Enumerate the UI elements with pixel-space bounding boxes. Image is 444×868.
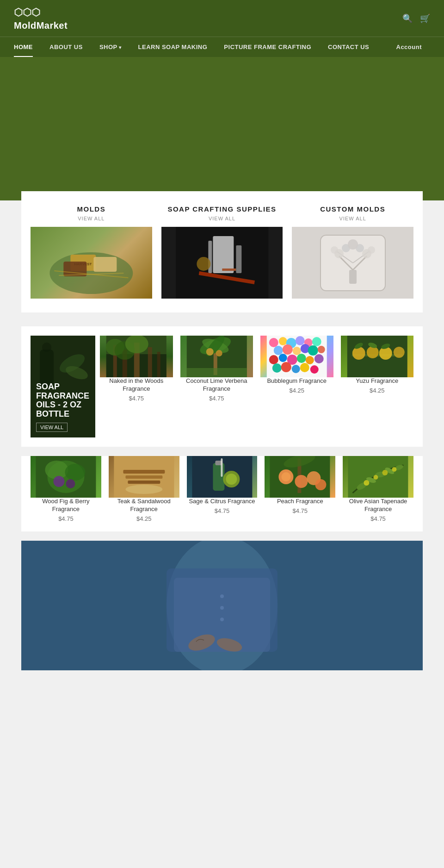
product-bubble-image	[260, 336, 333, 377]
svg-point-60	[293, 347, 301, 355]
svg-rect-9	[213, 236, 234, 273]
product-woods-name: Naked in the Woods Fragrance	[100, 377, 173, 393]
svg-point-57	[312, 337, 321, 346]
svg-point-70	[272, 363, 282, 373]
main-nav: HOME ABOUT US SHOP LEARN SOAP MAKING PIC…	[0, 37, 444, 57]
product-peach-name: Peach Fragrance	[265, 498, 335, 506]
svg-rect-13	[236, 245, 241, 273]
svg-rect-38	[148, 347, 152, 377]
molds-image-svg: HARVEST	[31, 227, 152, 299]
svg-rect-11	[222, 269, 236, 271]
svg-point-126	[220, 618, 224, 621]
product-bubblegum[interactable]: Bubblegum Fragrance $4.25	[260, 336, 333, 402]
svg-text:⬡⬡⬡: ⬡⬡⬡	[14, 6, 40, 18]
svg-point-94	[125, 485, 162, 494]
category-custom-viewall[interactable]: VIEW ALL	[292, 216, 413, 221]
svg-point-86	[45, 461, 68, 479]
category-custom-image[interactable]	[292, 227, 413, 299]
products-grid-row2: Wood Fig & Berry Fragrance $4.75 Teak & …	[31, 456, 413, 522]
svg-point-108	[315, 479, 327, 490]
product-coconut[interactable]: Coconut Lime Verbena Fragrance $4.75	[180, 336, 253, 402]
nav-account[interactable]: Account	[388, 37, 431, 57]
svg-point-80	[393, 347, 404, 358]
svg-point-89	[66, 479, 75, 488]
product-yuzu[interactable]: Yuzu Fragrance $4.25	[341, 336, 414, 402]
logo-icon: ⬡⬡⬡	[14, 6, 51, 19]
product-olive-image	[343, 456, 413, 498]
categories-section: MOLDS VIEW ALL HARVEST SOAP CRAFTING SUP…	[21, 191, 423, 312]
products-section-row2: Wood Fig & Berry Fragrance $4.75 Teak & …	[21, 456, 423, 531]
svg-point-25	[348, 239, 358, 250]
product-peach[interactable]: Peach Fragrance $4.75	[265, 456, 335, 522]
search-icon[interactable]: 🔍	[402, 13, 413, 24]
product-olive[interactable]: Olive Asian Tapenade Fragrance $4.75	[343, 456, 413, 522]
svg-point-49	[216, 350, 222, 356]
product-yuzu-price: $4.25	[341, 387, 414, 394]
product-fig-price: $4.75	[31, 515, 101, 522]
category-soap-image[interactable]	[161, 227, 283, 299]
nav-about[interactable]: ABOUT US	[41, 37, 91, 57]
svg-point-65	[279, 354, 287, 362]
svg-rect-5	[93, 257, 117, 272]
svg-point-68	[306, 356, 314, 364]
product-bubble-name: Bubblegum Fragrance	[260, 377, 333, 385]
category-molds-image[interactable]: HARVEST	[31, 227, 152, 299]
product-teak-image	[109, 456, 179, 498]
nav-shop[interactable]: SHOP	[91, 37, 130, 57]
product-woods-price: $4.75	[100, 395, 173, 402]
svg-point-116	[374, 475, 378, 480]
soap-banner-text: SOAP FRAGRANCE OILS - 2 OZ BOTTLE	[36, 382, 90, 419]
svg-rect-50	[186, 368, 247, 377]
svg-rect-96	[213, 463, 224, 491]
svg-point-117	[382, 470, 388, 475]
product-teak-price: $4.25	[109, 515, 179, 522]
svg-rect-93	[128, 481, 160, 484]
nav-learn[interactable]: LEARN SOAP MAKING	[130, 37, 216, 57]
category-soap-crafting: SOAP CRAFTING SUPPLIES VIEW ALL	[161, 205, 283, 299]
svg-rect-92	[125, 475, 162, 479]
banner-line2: FRAGRANCE	[36, 391, 89, 400]
product-sage-price: $4.75	[187, 507, 258, 514]
svg-point-118	[392, 467, 397, 472]
nav-contact[interactable]: CONTACT US	[320, 37, 377, 57]
logo-area[interactable]: ⬡⬡⬡ MoldMarket	[14, 6, 68, 31]
product-peach-price: $4.75	[265, 507, 335, 514]
category-molds-viewall[interactable]: VIEW ALL	[31, 216, 152, 221]
custom-molds-svg	[316, 231, 390, 295]
product-wood-fig[interactable]: Wood Fig & Berry Fragrance $4.75	[31, 456, 101, 522]
soap-image-svg	[161, 227, 283, 299]
svg-point-59	[283, 344, 293, 355]
product-olive-name: Olive Asian Tapenade Fragrance	[343, 498, 413, 513]
svg-rect-16	[349, 270, 357, 284]
nav-home[interactable]: HOME	[14, 37, 41, 57]
category-soap-title: SOAP CRAFTING SUPPLIES	[161, 205, 283, 213]
svg-point-78	[366, 346, 378, 358]
header-icons: 🔍 🛒	[402, 13, 430, 24]
product-naked-woods[interactable]: Naked in the Woods Fragrance $4.75	[100, 336, 173, 402]
product-bubble-price: $4.25	[260, 387, 333, 394]
nav-picture[interactable]: PICTURE FRAME CRAFTING	[216, 37, 320, 57]
svg-point-69	[314, 354, 324, 363]
product-yuzu-name: Yuzu Fragrance	[341, 377, 414, 385]
hero-banner	[0, 57, 444, 200]
products-grid-row1: SOAP FRAGRANCE OILS - 2 OZ BOTTLE VIEW A…	[31, 336, 413, 437]
product-sage[interactable]: Sage & Citrus Fragrance $4.75	[187, 456, 258, 522]
svg-point-72	[292, 365, 300, 373]
svg-point-27	[368, 246, 375, 254]
soap-fragrance-banner: SOAP FRAGRANCE OILS - 2 OZ BOTTLE VIEW A…	[31, 336, 95, 437]
product-sage-image	[187, 456, 258, 498]
svg-point-105	[282, 472, 291, 481]
category-soap-viewall[interactable]: VIEW ALL	[161, 216, 283, 221]
product-olive-price: $4.75	[343, 515, 413, 522]
category-molds: MOLDS VIEW ALL HARVEST	[31, 205, 152, 299]
svg-point-53	[279, 337, 287, 345]
svg-rect-100	[221, 458, 222, 477]
product-sage-name: Sage & Citrus Fragrance	[187, 498, 258, 506]
bottom-hero-svg	[21, 541, 423, 670]
soap-banner-viewall[interactable]: VIEW ALL	[36, 423, 68, 432]
svg-point-55	[296, 336, 305, 345]
svg-point-52	[269, 338, 278, 347]
product-coconut-name: Coconut Lime Verbena Fragrance	[180, 377, 253, 393]
cart-icon[interactable]: 🛒	[420, 13, 430, 24]
product-teak[interactable]: Teak & Sandalwood Fragrance $4.25	[109, 456, 179, 522]
